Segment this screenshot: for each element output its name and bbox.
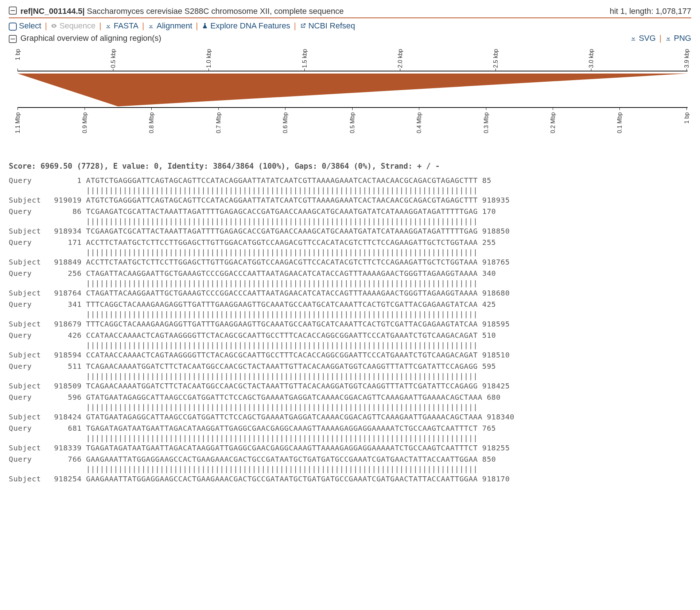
- stats-line: Score: 6969.50 (7728), E value: 0, Ident…: [9, 162, 691, 171]
- tick: [18, 107, 18, 110]
- subject-seq: TCAGAACAAAATGGATCTTCTACAATGGCCAACGCTACTA…: [86, 381, 478, 391]
- svg-download-button[interactable]: SVG: [630, 34, 656, 43]
- alignment-view: Query1ATGTCTGAGGGATTCAGTAGCAGTTCCATACAGG…: [9, 176, 691, 484]
- hit-header: ref|NC_001144.5| Saccharomyces cerevisia…: [9, 6, 691, 18]
- query-seq: TTTCAGGCTACAAAGAAGAGGTTGATTTGAAGGAAGTTGC…: [86, 300, 478, 309]
- subject-label: Subject: [9, 443, 49, 453]
- alignment-block: Query426CCATAACCAAAACTCAGTAAGGGGTTCTACAG…: [9, 331, 691, 360]
- match-bar: ||||||||||||||||||||||||||||||||||||||||…: [86, 402, 478, 412]
- tick-label: 3.9 kbp: [684, 49, 690, 68]
- subject-end: 918255: [478, 443, 510, 453]
- query-start: 341: [49, 300, 86, 309]
- ncbi-button[interactable]: NCBI Refseq: [300, 21, 355, 31]
- ref-desc: Saccharomyces cerevisiae S288C chromosom…: [87, 7, 343, 16]
- query-label: Query: [9, 269, 49, 278]
- query-start: 511: [49, 361, 86, 371]
- query-seq: CCATAACCAAAACTCAGTAAGGGGTTCTACAGCGCAATTG…: [86, 331, 478, 340]
- subject-end: 918170: [478, 474, 510, 484]
- subject-seq: TCGAAGATCGCATTACTAAATTAGATTTTGAGAGCACCGA…: [86, 226, 478, 236]
- subject-seq: CCATAACCAAAACTCAGTAAGGGGTTCTACAGCGCAATTG…: [86, 350, 478, 360]
- tick-label: 0.1 Mbp: [617, 112, 623, 133]
- subject-start: 918509: [49, 381, 86, 391]
- toolbar: Select | Sequence | FASTA | Alignment | …: [9, 20, 691, 33]
- graphical-overview: 1 bp0.5 kbp1.0 kbp1.5 kbp2.0 kbp2.5 kbp3…: [9, 49, 691, 155]
- query-label: Query: [9, 423, 49, 433]
- tick: [85, 107, 85, 110]
- external-link-icon: [300, 23, 306, 29]
- alignment-block: Query766GAAGAAATTATGGAGGAAGCCACTGAAGAAAC…: [9, 454, 691, 484]
- subject-seq: GAAGAAATTATGGAGGAAGCCACTGAAGAAACGACTGCCG…: [86, 474, 478, 484]
- alignment-button[interactable]: Alignment: [148, 21, 192, 31]
- query-end: 595: [478, 361, 496, 371]
- query-seq: ATGTCTGAGGGATTCAGTAGCAGTTCCATACAGGAATTAT…: [86, 176, 478, 185]
- query-label: Query: [9, 207, 49, 216]
- tick-label: 1 bp: [684, 112, 690, 124]
- tick: [553, 107, 553, 110]
- svg-marker-0: [18, 74, 688, 106]
- fasta-button[interactable]: FASTA: [105, 21, 139, 31]
- tick-label: 0.3 Mbp: [483, 112, 490, 133]
- subject-end: 918340: [482, 412, 514, 422]
- tick-label: 1.1 Mbp: [15, 112, 21, 133]
- hit-info: hit 1, length: 1,078,177: [610, 7, 691, 16]
- alignment-polygon: [18, 71, 688, 106]
- subject-seq: TTTCAGGCTACAAAGAAGAGGTTGATTTGAAGGAAGTTGC…: [86, 319, 478, 329]
- alignment-block: Query86TCGAAGATCGCATTACTAAATTAGATTTTGAGA…: [9, 207, 691, 236]
- query-start: 596: [49, 392, 86, 402]
- alignment-block: Query171ACCTTCTAATGCTCTTCCTTGGAGCTTGTTGG…: [9, 238, 691, 267]
- download-icon: [630, 35, 637, 42]
- tick: [486, 107, 486, 110]
- select-button[interactable]: Select: [9, 21, 41, 31]
- subject-end: 918680: [478, 288, 510, 298]
- tick-label: 0.9 Mbp: [82, 112, 88, 133]
- query-end: 680: [482, 392, 501, 402]
- tick-label: 2.0 kbp: [397, 49, 404, 68]
- query-end: 170: [478, 207, 496, 216]
- subject-start: 918424: [49, 412, 86, 422]
- match-bar: ||||||||||||||||||||||||||||||||||||||||…: [86, 247, 478, 257]
- sequence-button: Sequence: [51, 21, 96, 31]
- query-end: 340: [478, 269, 496, 278]
- download-icon: [665, 35, 672, 42]
- explore-button[interactable]: Explore DNA Features: [202, 21, 290, 31]
- alignment-block: Query596GTATGAATAGAGGCATTAAGCCGATGGATTCT…: [9, 392, 691, 422]
- tick-label: 0.4 Mbp: [416, 112, 423, 133]
- subject-end: 918850: [478, 226, 510, 236]
- flask-icon: [202, 23, 208, 29]
- tick-label: 0.2 Mbp: [550, 112, 556, 133]
- subject-label: Subject: [9, 195, 49, 205]
- alignment-block: Query681TGAGATAGATAATGAATTAGACATAAGGATTG…: [9, 423, 691, 453]
- tick-label: 0.5 kbp: [110, 49, 117, 68]
- query-seq: TCGAAGATCGCATTACTAAATTAGATTTTGAGAGCACCGA…: [86, 207, 478, 216]
- alignment-block: Query341TTTCAGGCTACAAAGAAGAGGTTGATTTGAAG…: [9, 300, 691, 329]
- match-bar: ||||||||||||||||||||||||||||||||||||||||…: [86, 433, 478, 443]
- query-start: 1: [49, 176, 86, 185]
- query-end: 510: [478, 331, 496, 340]
- query-label: Query: [9, 176, 49, 185]
- subject-end: 918425: [478, 381, 510, 391]
- query-end: 850: [478, 454, 496, 464]
- tick-label: 1.0 kbp: [206, 49, 212, 68]
- tick: [619, 107, 620, 110]
- tick-label: 0.6 Mbp: [282, 112, 289, 133]
- subject-label: Subject: [9, 257, 49, 267]
- query-seq: ACCTTCTAATGCTCTTCCTTGGAGCTTGTTGGACATGGTC…: [86, 238, 478, 247]
- query-end: 85: [478, 176, 491, 185]
- subject-label: Subject: [9, 226, 49, 236]
- select-checkbox-icon: [9, 23, 17, 31]
- query-end: 765: [478, 423, 496, 433]
- alignment-block: Query1ATGTCTGAGGGATTCAGTAGCAGTTCCATACAGG…: [9, 176, 691, 205]
- query-seq: GAAGAAATTATGGAGGAAGCCACTGAAGAAACGACTGCCG…: [86, 454, 478, 464]
- collapse-icon[interactable]: [9, 35, 17, 43]
- collapse-icon[interactable]: [9, 7, 17, 15]
- subject-label: Subject: [9, 381, 49, 391]
- download-icon: [148, 23, 154, 29]
- match-bar: ||||||||||||||||||||||||||||||||||||||||…: [86, 371, 478, 381]
- png-download-button[interactable]: PNG: [665, 34, 691, 43]
- alignment-block: Query511TCAGAACAAAATGGATCTTCTACAATGGCCAA…: [9, 361, 691, 391]
- subject-start: 919019: [49, 195, 86, 205]
- subject-start: 918594: [49, 350, 86, 360]
- subject-label: Subject: [9, 474, 49, 484]
- tick: [419, 107, 419, 110]
- query-label: Query: [9, 300, 49, 309]
